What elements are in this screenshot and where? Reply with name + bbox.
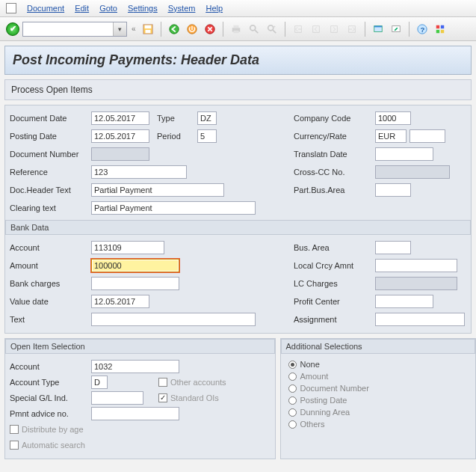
standard-ois-checkbox[interactable] (158, 393, 167, 402)
lc-charges-field (375, 277, 457, 290)
shortcut-icon[interactable] (389, 22, 404, 37)
radio-none[interactable]: None (288, 360, 469, 369)
reference-label: Reference (10, 168, 88, 177)
radio-dot-icon (288, 384, 297, 393)
bank-account-field[interactable] (91, 241, 164, 254)
open-item-panel: Open Item Selection Account Account Type… (4, 338, 276, 459)
doc-header-text-field[interactable] (91, 183, 224, 197)
last-page-icon (344, 22, 359, 37)
part-bus-area-field[interactable] (375, 183, 411, 197)
profit-center-field[interactable] (375, 295, 433, 308)
distribute-by-age-checkbox[interactable] (10, 425, 19, 434)
company-code-field[interactable] (375, 111, 411, 125)
cancel-icon[interactable] (203, 22, 217, 37)
prev-page-icon (309, 22, 324, 37)
radio-postdate-label: Posting Date (300, 396, 347, 405)
svg-rect-22 (440, 29, 443, 32)
svg-text:+: + (273, 24, 275, 28)
command-field[interactable]: ▾ (22, 22, 127, 37)
svg-line-10 (254, 29, 257, 32)
value-date-label: Value date (10, 297, 88, 306)
svg-point-9 (250, 25, 255, 30)
rate-field[interactable] (409, 129, 445, 143)
assignment-field[interactable] (375, 313, 465, 326)
other-accounts-checkbox[interactable] (158, 378, 167, 387)
open-account-label: Account (10, 362, 88, 371)
menu-help[interactable]: Help (205, 4, 223, 13)
radio-dunning-label: Dunning Area (300, 408, 350, 417)
bus-area-label: Bus. Area (294, 243, 372, 252)
layout-icon[interactable] (433, 22, 448, 37)
back-icon[interactable] (167, 22, 182, 37)
save-icon[interactable] (140, 22, 155, 37)
bank-charges-label: Bank charges (10, 279, 88, 288)
account-type-field[interactable] (91, 376, 108, 389)
menu-goto[interactable]: Goto (99, 4, 117, 13)
menu-document[interactable]: Document (27, 4, 64, 13)
transl-date-field[interactable] (375, 147, 433, 161)
svg-rect-1 (144, 25, 151, 28)
clearing-text-field[interactable] (91, 201, 256, 215)
svg-text:?: ? (420, 25, 424, 33)
currency-field[interactable] (375, 129, 407, 143)
value-date-field[interactable] (91, 295, 149, 308)
lc-amount-field[interactable] (375, 259, 457, 272)
radio-others-label: Others (300, 420, 325, 429)
print-icon (229, 22, 244, 37)
bank-charges-field[interactable] (91, 277, 179, 290)
document-date-field[interactable] (91, 111, 149, 125)
automatic-search-checkbox[interactable] (10, 441, 19, 450)
additional-selections-panel: Additional Selections None Amount Docume… (280, 338, 477, 459)
menu-system[interactable]: System (168, 4, 196, 13)
menu-settings[interactable]: Settings (128, 4, 158, 13)
radio-posting-date[interactable]: Posting Date (288, 396, 469, 405)
account-type-label: Account Type (10, 378, 88, 387)
period-field[interactable] (197, 129, 217, 143)
amount-label: Amount (10, 261, 88, 270)
chevron-left-icon[interactable]: « (130, 25, 137, 33)
posting-date-label: Posting Date (10, 132, 88, 141)
reference-field[interactable] (91, 165, 187, 179)
bank-text-field[interactable] (91, 313, 256, 326)
new-session-icon[interactable] (371, 22, 386, 37)
radio-amount[interactable]: Amount (288, 372, 469, 381)
pmnt-advice-field[interactable] (91, 407, 179, 420)
ok-button[interactable]: ✔ (6, 22, 19, 36)
radio-dot-icon (288, 373, 297, 381)
assignment-label: Assignment (294, 315, 372, 324)
lc-amount-label: Local Crcy Amnt (294, 261, 372, 270)
chevron-down-icon[interactable]: ▾ (113, 22, 126, 36)
svg-rect-7 (233, 25, 238, 28)
posting-date-field[interactable] (91, 129, 149, 143)
exit-icon[interactable] (185, 22, 200, 37)
special-gl-field[interactable] (91, 391, 143, 405)
transl-date-label: Translatn Date (294, 150, 372, 159)
cross-cc-label: Cross-CC No. (294, 168, 372, 177)
cross-cc-field (375, 165, 450, 179)
special-gl-label: Special G/L Ind. (10, 393, 88, 402)
open-account-field[interactable] (91, 360, 179, 373)
svg-rect-2 (145, 29, 150, 32)
automatic-search-label: Automatic search (22, 441, 85, 450)
radio-amount-label: Amount (300, 372, 329, 381)
period-label: Period (157, 132, 194, 141)
svg-rect-20 (440, 25, 443, 28)
help-icon[interactable]: ? (415, 22, 430, 37)
pmnt-advice-label: Pmnt advice no. (10, 409, 88, 418)
type-field[interactable] (197, 111, 217, 125)
radio-docnum[interactable]: Document Number (288, 384, 469, 393)
svg-point-11 (268, 25, 273, 30)
amount-field[interactable] (91, 259, 179, 272)
document-date-label: Document Date (10, 114, 88, 123)
profit-center-label: Profit Center (294, 297, 372, 306)
company-code-label: Company Code (294, 114, 372, 123)
document-number-field (91, 147, 149, 161)
radio-others[interactable]: Others (288, 420, 469, 429)
bank-account-label: Account (10, 243, 88, 252)
menu-edit[interactable]: Edit (75, 4, 89, 13)
radio-dunning-area[interactable]: Dunning Area (288, 408, 469, 417)
bus-area-field[interactable] (375, 241, 411, 254)
lc-charges-label: LC Charges (294, 279, 372, 288)
process-open-items-button[interactable]: Process Open Items (4, 79, 472, 100)
other-accounts-label: Other accounts (170, 378, 226, 387)
